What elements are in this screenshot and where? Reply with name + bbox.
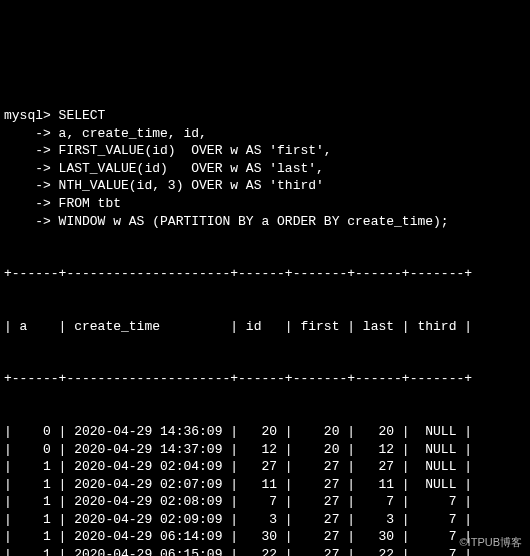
- table-border-mid: +------+---------------------+------+---…: [4, 370, 526, 388]
- table-body: | 0 | 2020-04-29 14:36:09 | 20 | 20 | 20…: [4, 423, 526, 556]
- table-border-top: +------+---------------------+------+---…: [4, 265, 526, 283]
- watermark: ©ITPUB博客: [460, 535, 523, 550]
- table-header: | a | create_time | id | first | last | …: [4, 318, 526, 336]
- terminal-output: mysql> SELECT -> a, create_time, id, -> …: [0, 70, 530, 556]
- sql-query: mysql> SELECT -> a, create_time, id, -> …: [4, 107, 526, 230]
